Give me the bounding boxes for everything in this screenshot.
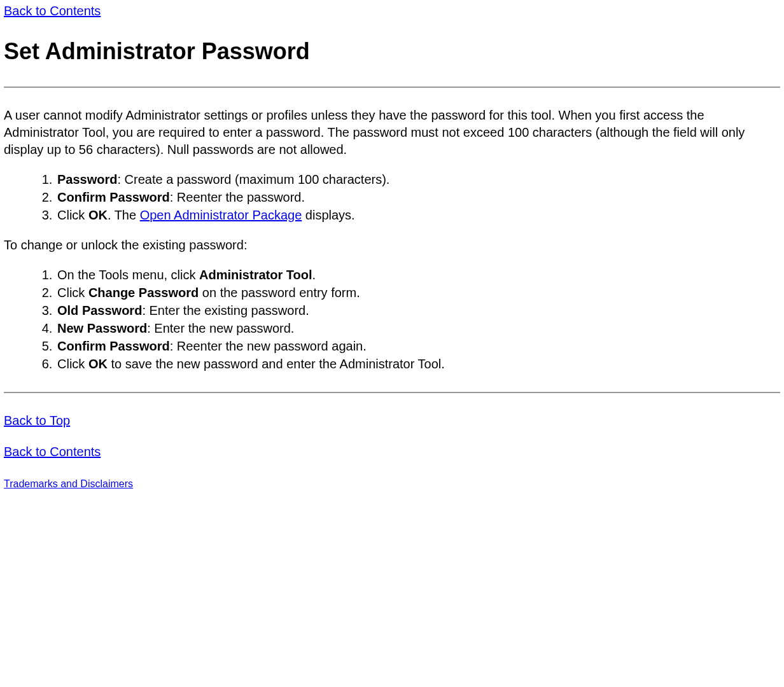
steps-list-change: On the Tools menu, click Administrator T… bbox=[4, 267, 780, 373]
label-confirm-password: Confirm Password bbox=[57, 339, 170, 353]
text: : Reenter the new password again. bbox=[170, 339, 367, 353]
text: : Enter the new password. bbox=[147, 321, 294, 335]
label-ok: OK bbox=[88, 357, 108, 371]
list-item: Click Change Password on the password en… bbox=[56, 284, 780, 302]
text: : Enter the existing password. bbox=[142, 303, 309, 317]
text: : Reenter the password. bbox=[170, 190, 305, 204]
trademarks-disclaimers-link[interactable]: Trademarks and Disclaimers bbox=[4, 478, 133, 489]
list-item: Confirm Password: Reenter the password. bbox=[56, 189, 780, 206]
list-item: Old Password: Enter the existing passwor… bbox=[56, 302, 780, 319]
text: : Create a password (maximum 100 charact… bbox=[117, 172, 389, 186]
label-change-password: Change Password bbox=[88, 286, 199, 300]
text: . bbox=[312, 268, 316, 282]
list-item: On the Tools menu, click Administrator T… bbox=[56, 267, 780, 284]
text: Click bbox=[57, 357, 88, 371]
back-to-top-link[interactable]: Back to Top bbox=[4, 413, 70, 427]
intro-paragraph: A user cannot modify Administrator setti… bbox=[4, 107, 780, 158]
text: Click bbox=[57, 208, 88, 222]
text: . The bbox=[108, 208, 140, 222]
label-ok: OK bbox=[88, 208, 108, 222]
list-item: Click OK to save the new password and en… bbox=[56, 356, 780, 373]
list-item: Confirm Password: Reenter the new passwo… bbox=[56, 338, 780, 355]
back-to-contents-link-bottom[interactable]: Back to Contents bbox=[4, 445, 101, 459]
text: to save the new password and enter the A… bbox=[108, 357, 445, 371]
list-item: Click OK. The Open Administrator Package… bbox=[56, 207, 780, 224]
label-confirm-password: Confirm Password bbox=[57, 190, 170, 204]
divider-bottom bbox=[4, 392, 780, 393]
list-item: Password: Create a password (maximum 100… bbox=[56, 171, 780, 188]
divider-top bbox=[4, 87, 780, 88]
list-item: New Password: Enter the new password. bbox=[56, 320, 780, 337]
steps-list-create: Password: Create a password (maximum 100… bbox=[4, 171, 780, 224]
label-administrator-tool: Administrator Tool bbox=[199, 268, 312, 282]
text: displays. bbox=[302, 208, 354, 222]
page-title: Set Administrator Password bbox=[4, 36, 780, 67]
label-old-password: Old Password bbox=[57, 303, 142, 317]
label-new-password: New Password bbox=[57, 321, 147, 335]
subhead-change-password: To change or unlock the existing passwor… bbox=[4, 237, 780, 254]
text: On the Tools menu, click bbox=[57, 268, 199, 282]
open-administrator-package-link[interactable]: Open Administrator Package bbox=[140, 208, 302, 222]
text: Click bbox=[57, 286, 88, 300]
label-password: Password bbox=[57, 172, 117, 186]
back-to-contents-link-top[interactable]: Back to Contents bbox=[4, 4, 101, 18]
text: on the password entry form. bbox=[199, 286, 360, 300]
